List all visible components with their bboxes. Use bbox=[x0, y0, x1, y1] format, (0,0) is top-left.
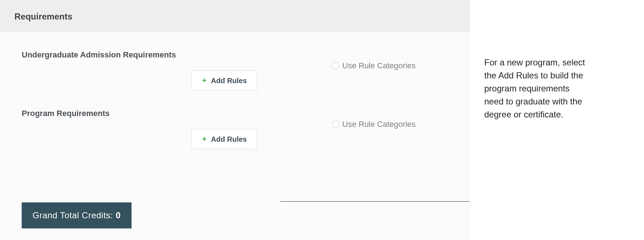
admission-requirements-section: Undergraduate Admission Requirements Use… bbox=[22, 50, 448, 91]
checkbox-label: Use Rule Categories bbox=[342, 61, 416, 70]
section-header-row: Undergraduate Admission Requirements Use… bbox=[22, 50, 448, 70]
grand-total-value: 0 bbox=[116, 210, 121, 220]
side-note-column: For a new program, select the Add Rules … bbox=[470, 0, 593, 240]
add-rules-button-admission[interactable]: + Add Rules bbox=[192, 70, 257, 91]
add-rules-button-program[interactable]: + Add Rules bbox=[192, 129, 257, 149]
divider-line bbox=[280, 201, 470, 202]
plus-icon: + bbox=[202, 134, 207, 144]
program-section-title: Program Requirements bbox=[22, 109, 110, 118]
admission-section-title: Undergraduate Admission Requirements bbox=[22, 50, 176, 60]
grand-total-credits: Grand Total Credits: 0 bbox=[22, 202, 132, 228]
checkbox-label: Use Rule Categories bbox=[342, 120, 416, 129]
section-header-row: Program Requirements Use Rule Categories bbox=[22, 109, 448, 129]
use-rule-categories-program[interactable]: Use Rule Categories bbox=[332, 120, 416, 129]
requirements-panel: Requirements Undergraduate Admission Req… bbox=[0, 0, 470, 240]
plus-icon: + bbox=[202, 76, 207, 85]
panel-body: Undergraduate Admission Requirements Use… bbox=[0, 32, 470, 240]
program-requirements-section: Program Requirements Use Rule Categories… bbox=[22, 109, 448, 149]
add-rules-label: Add Rules bbox=[211, 135, 247, 143]
checkbox-icon[interactable] bbox=[332, 121, 339, 128]
add-rules-label: Add Rules bbox=[211, 77, 247, 85]
checkbox-icon[interactable] bbox=[332, 63, 339, 69]
panel-title: Requirements bbox=[14, 12, 455, 22]
grand-total-label: Grand Total Credits: bbox=[33, 210, 116, 220]
panel-header: Requirements bbox=[0, 0, 470, 32]
side-note-text: For a new program, select the Add Rules … bbox=[484, 56, 585, 121]
use-rule-categories-admission[interactable]: Use Rule Categories bbox=[332, 61, 416, 70]
